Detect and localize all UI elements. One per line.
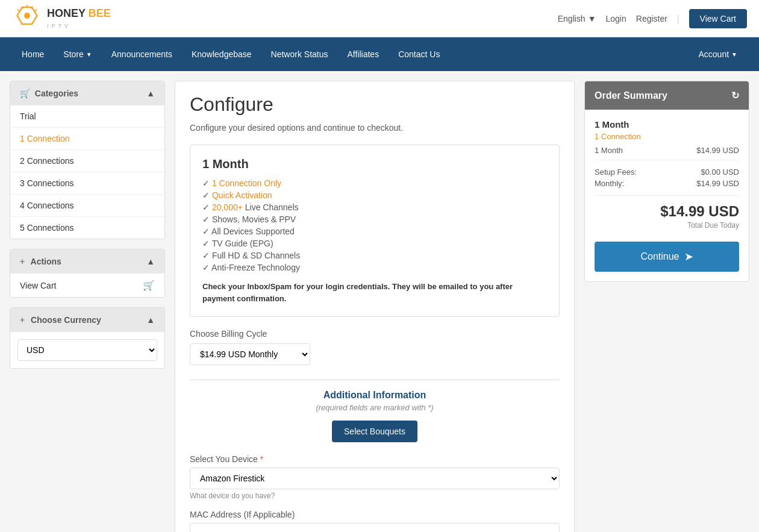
categories-section: 🛒 Categories ▲ Trial 1 Connection 2 Conn… <box>10 81 165 239</box>
top-bar: HONEY BEE IPTV English ▼ Login Register … <box>0 0 759 37</box>
plan-feature-1: ✓ 1 Connection Only <box>202 178 547 188</box>
refresh-icon[interactable]: ↻ <box>731 90 739 101</box>
sidebar-view-cart[interactable]: View Cart 🛒 <box>10 274 164 297</box>
setup-fee-label: Setup Fees: <box>595 167 637 177</box>
order-summary-panel: Order Summary ↻ 1 Month 1 Connection 1 M… <box>584 71 759 532</box>
select-bouquets-button[interactable]: Select Bouquets <box>332 421 417 442</box>
svg-line-4 <box>34 9 37 11</box>
summary-body: 1 Month 1 Connection 1 Month $14.99 USD … <box>585 110 749 281</box>
setup-fee-value: $0.00 USD <box>701 167 739 177</box>
nav-home[interactable]: Home <box>12 37 54 71</box>
plus-icon: + <box>20 257 25 266</box>
actions-section: + Actions ▲ View Cart 🛒 <box>10 249 165 298</box>
plan-note: Check your Inbox/Spam for your login cre… <box>202 281 547 304</box>
actions-header[interactable]: + Actions ▲ <box>10 249 164 274</box>
svg-line-3 <box>17 9 20 11</box>
language-selector[interactable]: English ▼ <box>558 14 596 23</box>
summary-fees: Setup Fees: $0.00 USD Monthly: $14.99 US… <box>595 163 739 196</box>
page-subtitle: Configure your desired options and conti… <box>190 123 560 133</box>
feature-live-channels: 20,000+ <box>212 202 243 212</box>
summary-header: Order Summary ↻ <box>585 81 749 110</box>
store-chevron-icon: ▼ <box>86 51 92 58</box>
sidebar-item-trial[interactable]: Trial <box>10 105 164 128</box>
categories-header-label: 🛒 Categories <box>20 89 78 98</box>
page-title: Configure <box>190 93 560 116</box>
main-layout: 🛒 Categories ▲ Trial 1 Connection 2 Conn… <box>0 71 759 532</box>
device-hint: What device do you have? <box>190 492 560 500</box>
sidebar-item-1connection[interactable]: 1 Connection <box>10 128 164 150</box>
nav-affiliates[interactable]: Affiliates <box>338 37 389 71</box>
nav-announcements[interactable]: Announcements <box>102 37 182 71</box>
nav-network-status[interactable]: Network Status <box>261 37 338 71</box>
summary-period-row: 1 Month $14.99 USD <box>595 146 739 160</box>
sidebar-item-2connections[interactable]: 2 Connections <box>10 150 164 172</box>
logo: HONEY BEE IPTV <box>12 5 111 32</box>
nav-store[interactable]: Store ▼ <box>54 37 101 71</box>
mac-label: MAC Address (If Applicable) <box>190 510 560 519</box>
currency-chevron-icon: ▲ <box>146 315 155 325</box>
plus-currency-icon: + <box>20 315 25 325</box>
plan-feature-7: ✓ Full HD & SD Channels <box>202 251 547 260</box>
cart-icon-header: 🛒 <box>20 89 30 98</box>
plan-note-strong: Check your Inbox/Spam for your login cre… <box>202 282 513 303</box>
logo-text-group: HONEY BEE IPTV <box>47 7 111 30</box>
plan-title: 1 Month <box>202 157 547 171</box>
plan-feature-4: ✓ Shows, Movies & PPV <box>202 214 547 224</box>
section-divider <box>190 380 560 380</box>
top-right-actions: English ▼ Login Register | View Cart <box>558 9 747 28</box>
account-chevron-icon: ▼ <box>731 51 737 58</box>
feature-quick-activation: Quick Activation <box>212 190 272 200</box>
chevron-down-icon: ▼ <box>588 14 596 23</box>
main-content: Configure Configure your desired options… <box>175 81 575 532</box>
logo-icon <box>12 5 42 32</box>
continue-label: Continue <box>640 251 679 262</box>
mac-input[interactable] <box>190 523 560 532</box>
nav-knowledgebase[interactable]: Knowledgebase <box>182 37 261 71</box>
summary-product-name: 1 Month <box>595 119 739 130</box>
plan-feature-5: ✓ All Devices Supported <box>202 227 547 236</box>
summary-monthly-row: Monthly: $14.99 USD <box>595 179 739 188</box>
chevron-up-icon: ▲ <box>146 89 155 98</box>
plan-feature-8: ✓ Anti-Freeze Technology <box>202 263 547 272</box>
feature-1-connection: 1 Connection Only <box>212 178 281 188</box>
currency-select[interactable]: USD EUR GBP <box>17 339 157 361</box>
additional-info-subtitle: (required fields are marked with *) <box>190 403 560 412</box>
sidebar: 🛒 Categories ▲ Trial 1 Connection 2 Conn… <box>0 71 175 532</box>
nav-account[interactable]: Account ▼ <box>689 37 748 71</box>
plan-feature-3: ✓ 20,000+ Live Channels <box>202 202 547 212</box>
actions-header-label: + Actions <box>20 257 61 266</box>
currency-section: + Choose Currency ▲ USD EUR GBP <box>10 307 165 369</box>
view-cart-button-top[interactable]: View Cart <box>689 9 747 28</box>
currency-header-label: + Choose Currency <box>20 315 101 325</box>
categories-header[interactable]: 🛒 Categories ▲ <box>10 81 164 105</box>
sidebar-item-3connections[interactable]: 3 Connections <box>10 172 164 195</box>
nav-bar: Home Store ▼ Announcements Knowledgebase… <box>0 37 759 71</box>
login-link[interactable]: Login <box>606 14 626 23</box>
total-amount: $14.99 USD <box>595 203 739 220</box>
monthly-value: $14.99 USD <box>696 179 739 188</box>
register-link[interactable]: Register <box>636 14 667 23</box>
plan-box: 1 Month ✓ 1 Connection Only ✓ Quick Acti… <box>190 145 560 317</box>
summary-box: Order Summary ↻ 1 Month 1 Connection 1 M… <box>584 81 749 282</box>
logo-honey: HONEY <box>47 7 86 19</box>
billing-cycle-select[interactable]: $14.99 USD Monthly <box>190 343 310 365</box>
monthly-label: Monthly: <box>595 179 624 188</box>
summary-product-sub: 1 Connection <box>595 132 739 141</box>
device-select[interactable]: Amazon Firestick Android Box Smart TV iP… <box>190 468 560 489</box>
logo-sub: IPTV <box>47 23 71 29</box>
plan-feature-6: ✓ TV Guide (EPG) <box>202 239 547 248</box>
logo-bee: BEE <box>86 7 111 19</box>
language-label: English <box>558 14 586 23</box>
actions-chevron-icon: ▲ <box>146 257 155 266</box>
additional-info-title: Additional Information <box>190 390 560 401</box>
required-star: * <box>260 454 263 464</box>
sidebar-item-4connections[interactable]: 4 Connections <box>10 195 164 217</box>
currency-header[interactable]: + Choose Currency ▲ <box>10 308 164 332</box>
device-label: Select You Device * <box>190 454 560 464</box>
sidebar-item-5connections[interactable]: 5 Connections <box>10 217 164 239</box>
nav-right: Account ▼ <box>689 37 748 71</box>
nav-contact-us[interactable]: Contact Us <box>389 37 449 71</box>
divider: | <box>677 14 679 23</box>
continue-button[interactable]: Continue ➤ <box>595 242 739 272</box>
summary-period-price: $14.99 USD <box>696 146 739 155</box>
